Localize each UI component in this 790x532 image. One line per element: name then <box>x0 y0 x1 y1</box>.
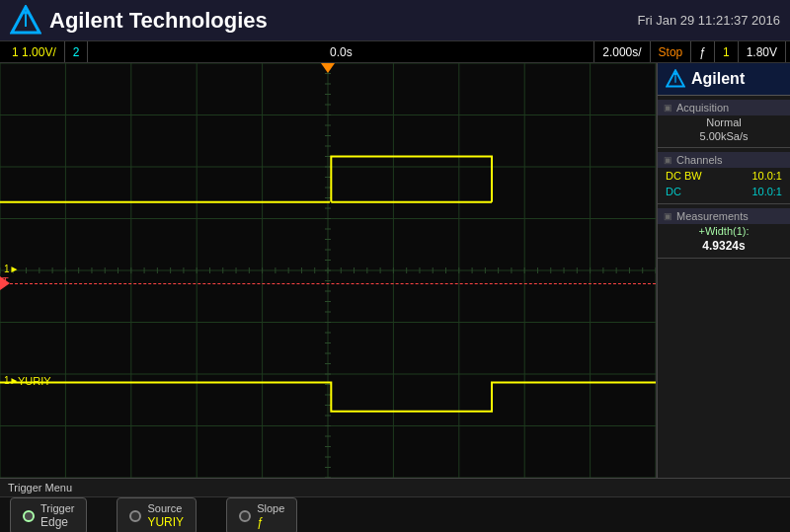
source-button[interactable]: Source YURIY <box>117 497 197 532</box>
trigger-menu-label: Trigger Menu <box>0 479 790 497</box>
time-div-status: 2.000s/ <box>594 41 650 62</box>
ch1-volts-div: 1 1.00V/ <box>4 41 65 62</box>
scope-canvas <box>0 63 656 478</box>
svg-point-6 <box>674 73 677 76</box>
scope-display: T 1► YURIY 1► <box>0 63 657 478</box>
ch1-label-status: 1 <box>12 45 19 59</box>
measurements-title: Measurements <box>658 208 790 224</box>
status-bar: 1 1.00V/ 2 0.0s 2.000s/ Stop ƒ 1 1.80V <box>0 41 790 63</box>
main-area: T 1► YURIY 1► Agilent Acquisition Normal <box>0 63 790 478</box>
ch1-channel-row: DC BW 10.0:1 <box>658 168 790 184</box>
right-panel-brand: Agilent <box>691 70 745 88</box>
ch1-ground-label-bottom: 1► <box>4 375 19 386</box>
trigger-btn-indicator <box>23 510 35 522</box>
right-panel: Agilent Acquisition Normal 5.00kSa/s Cha… <box>657 63 790 478</box>
ch1-ground-label-top: 1► <box>4 264 19 274</box>
time-offset-status: 0.0s <box>88 41 594 62</box>
slope-btn-value: ƒ <box>257 515 284 529</box>
trigger-btn-label: Trigger <box>40 502 74 515</box>
acquisition-section: Acquisition Normal 5.00kSa/s <box>658 96 790 148</box>
channels-section: Channels DC BW 10.0:1 DC 10.0:1 <box>658 148 790 204</box>
acquisition-title: Acquisition <box>658 100 790 115</box>
ch2-channel-row: DC 10.0:1 <box>658 184 790 199</box>
slope-btn-text: Slope ƒ <box>257 502 284 530</box>
agilent-small-logo-icon <box>666 69 685 89</box>
slope-button[interactable]: Slope ƒ <box>226 497 297 532</box>
svg-point-2 <box>24 11 28 15</box>
ch2-label-status: 2 <box>65 41 89 62</box>
measurements-section: Measurements +Width(1): 4.9324s <box>658 204 790 259</box>
trigger-buttons: Trigger Edge Source YURIY Slope ƒ <box>0 497 790 532</box>
source-btn-value: YURIY <box>147 515 184 529</box>
meas1-value: 4.9324s <box>658 238 790 254</box>
slope-btn-label: Slope <box>257 502 284 515</box>
channels-title: Channels <box>658 152 790 168</box>
trigger-btn-value: Edge <box>40 515 74 529</box>
right-panel-logo: Agilent <box>658 63 790 96</box>
ch2-channel-label: DC <box>666 186 681 197</box>
header: Agilent Technologies Fri Jan 29 11:21:37… <box>0 0 790 41</box>
svg-marker-3 <box>321 63 335 73</box>
app-title: Agilent Technologies <box>49 8 268 34</box>
ch1-channel-value: 10.0:1 <box>751 170 782 182</box>
source-btn-text: Source YURIY <box>147 502 184 530</box>
acq-rate: 5.00kSa/s <box>658 129 790 143</box>
time-ref-arrow-icon <box>320 63 336 75</box>
agilent-logo-icon <box>10 5 41 37</box>
trigger-btn-text: Trigger Edge <box>40 502 74 530</box>
header-left: Agilent Technologies <box>10 5 268 37</box>
datetime-display: Fri Jan 29 11:21:37 2016 <box>637 13 780 28</box>
run-stop-status: Stop <box>651 41 692 62</box>
trigger-arrow-icon <box>0 276 10 290</box>
meas1-label: +Width(1): <box>658 224 790 238</box>
trigger-type-button[interactable]: Trigger Edge <box>10 497 87 532</box>
ch1-volt-value: 1.00V/ <box>22 45 56 59</box>
yuriy-channel-label: YURIY <box>18 375 51 387</box>
source-btn-indicator <box>129 510 141 522</box>
ch2-channel-value: 10.0:1 <box>751 186 782 197</box>
trigger-marker-status: ƒ <box>691 41 715 62</box>
slope-btn-indicator <box>239 510 251 522</box>
ch1-num-status: 1 <box>715 41 739 62</box>
ch1-channel-label: DC BW <box>666 170 702 182</box>
acq-mode: Normal <box>658 115 790 129</box>
source-btn-label: Source <box>147 502 184 515</box>
trig-volt-status: 1.80V <box>739 41 786 62</box>
trigger-menu-bar: Trigger Menu Trigger Edge Source YURIY S… <box>0 478 790 532</box>
